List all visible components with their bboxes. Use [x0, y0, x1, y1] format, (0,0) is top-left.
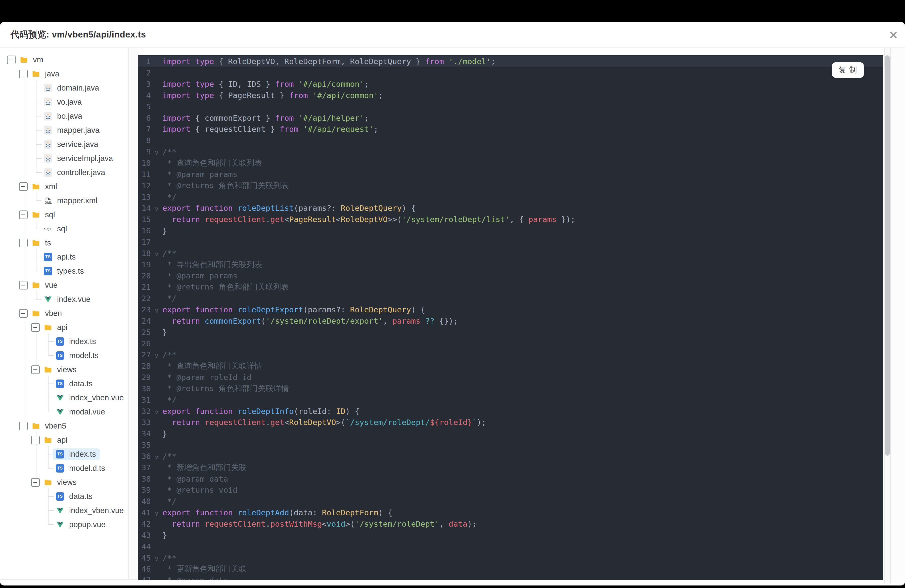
tree-item-api[interactable]: api	[0, 433, 128, 447]
tree-item-sql[interactable]: sql	[0, 208, 128, 222]
tree-item-views[interactable]: views	[0, 475, 128, 489]
file-tree[interactable]: vmjavadomain.javavo.javabo.javamapper.ja…	[0, 48, 128, 579]
tree-item-types-ts[interactable]: TStypes.ts	[0, 264, 128, 278]
collapse-toggle-icon[interactable]	[19, 182, 28, 191]
tree-item-content[interactable]: TSindex.ts	[53, 448, 100, 460]
tree-item-label: api	[57, 323, 67, 332]
tree-item-index-vue[interactable]: index.vue	[0, 292, 128, 306]
tree-item-content[interactable]: XMLmapper.xml	[41, 195, 101, 207]
tree-item-controller-java[interactable]: controller.java	[0, 165, 128, 180]
code-editor[interactable]: 1import type { RoleDeptVO, RoleDeptForm,…	[138, 55, 883, 580]
tree-item-index-vben-vue[interactable]: index_vben.vue	[0, 391, 128, 405]
collapse-toggle-icon[interactable]	[19, 70, 28, 78]
fold-spacer	[151, 331, 162, 333]
tree-item-content[interactable]: TSdata.ts	[53, 378, 97, 389]
tree-item-ts[interactable]: ts	[0, 236, 128, 250]
tree-item-model-d-ts[interactable]: TSmodel.d.ts	[0, 461, 128, 475]
collapse-toggle-icon[interactable]	[19, 210, 28, 219]
fold-chevron-icon[interactable]: ∨	[151, 148, 162, 156]
collapse-toggle-icon[interactable]	[31, 436, 40, 444]
tree-item-data-ts[interactable]: TSdata.ts	[0, 489, 128, 504]
tree-item-content[interactable]: index_vben.vue	[53, 392, 128, 404]
tree-item-api[interactable]: api	[0, 320, 128, 334]
fold-spacer	[151, 579, 162, 580]
tree-item-content[interactable]: serviceImpl.java	[41, 153, 117, 164]
tree-item-vue[interactable]: vue	[0, 278, 128, 292]
tree-item-content[interactable]: TSmodel.ts	[53, 350, 103, 361]
tree-item-java[interactable]: java	[0, 67, 128, 81]
tree-item-content[interactable]: index_vben.vue	[53, 505, 128, 516]
tree-item-model-ts[interactable]: TSmodel.ts	[0, 348, 128, 363]
fold-chevron-icon[interactable]: ∨	[151, 249, 162, 257]
tree-item-sql[interactable]: SQLsql	[0, 222, 128, 236]
code-scrollbar-thumb[interactable]	[885, 55, 890, 456]
tree-item-index-vben-vue[interactable]: index_vben.vue	[0, 504, 128, 518]
tree-item-modal-vue[interactable]: modal.vue	[0, 405, 128, 419]
collapse-toggle-icon[interactable]	[19, 239, 28, 247]
tree-item-vben5[interactable]: vben5	[0, 419, 128, 433]
tree-item-content[interactable]: api	[41, 434, 71, 446]
tree-item-content[interactable]: index.vue	[41, 294, 95, 305]
tree-item-content[interactable]: popup.vue	[53, 519, 110, 531]
tree-item-vben[interactable]: vben	[0, 306, 128, 320]
fold-chevron-icon[interactable]: ∨	[151, 509, 162, 516]
fold-chevron-icon[interactable]: ∨	[151, 351, 162, 359]
code-text: return requestClient.get<PageResult<Role…	[162, 215, 575, 224]
tree-item-domain-java[interactable]: domain.java	[0, 81, 128, 95]
tree-item-content[interactable]: domain.java	[41, 82, 103, 94]
tree-item-content[interactable]: modal.vue	[53, 406, 109, 418]
collapse-toggle-icon[interactable]	[31, 323, 40, 332]
tree-item-popup-vue[interactable]: popup.vue	[0, 518, 128, 532]
fold-chevron-icon[interactable]: ∨	[151, 407, 162, 415]
close-icon[interactable]: ×	[885, 22, 902, 47]
tree-item-mapper-xml[interactable]: XMLmapper.xml	[0, 194, 128, 208]
tree-item-service-java[interactable]: service.java	[0, 137, 128, 151]
fold-chevron-icon[interactable]: ∨	[151, 305, 162, 314]
tree-item-content[interactable]: service.java	[41, 138, 102, 150]
tree-item-content[interactable]: bo.java	[41, 110, 86, 122]
tree-item-serviceimpl-java[interactable]: serviceImpl.java	[0, 151, 128, 165]
tree-item-bo-java[interactable]: bo.java	[0, 109, 128, 123]
tree-item-label: sql	[57, 224, 67, 234]
tree-item-content[interactable]: vue	[29, 280, 62, 291]
tree-item-content[interactable]: TSdata.ts	[53, 491, 97, 502]
tree-item-content[interactable]: TSindex.ts	[53, 336, 100, 347]
collapse-toggle-icon[interactable]	[31, 478, 40, 487]
collapse-toggle-icon[interactable]	[19, 281, 28, 289]
tree-item-content[interactable]: xml	[29, 181, 61, 192]
fold-spacer	[151, 173, 162, 175]
tree-item-content[interactable]: TStypes.ts	[41, 265, 88, 277]
tree-item-index-ts[interactable]: TSindex.ts	[0, 447, 128, 461]
tree-item-content[interactable]: views	[41, 364, 81, 375]
tree-item-data-ts[interactable]: TSdata.ts	[0, 377, 128, 391]
tree-item-xml[interactable]: xml	[0, 180, 128, 194]
tree-item-content[interactable]: SQLsql	[41, 223, 71, 235]
tree-item-views[interactable]: views	[0, 363, 128, 377]
copy-button[interactable]: 复 制	[832, 62, 864, 78]
collapse-toggle-icon[interactable]	[31, 366, 40, 374]
tree-item-mapper-java[interactable]: mapper.java	[0, 123, 128, 137]
tree-item-content[interactable]: vben	[29, 308, 66, 319]
tree-item-content[interactable]: TSapi.ts	[41, 251, 80, 263]
tree-item-content[interactable]: vo.java	[41, 96, 86, 108]
fold-chevron-icon[interactable]: ∨	[151, 554, 162, 562]
tree-item-content[interactable]: sql	[29, 209, 59, 221]
tree-item-content[interactable]: api	[41, 322, 71, 333]
tree-item-content[interactable]: TSmodel.d.ts	[53, 462, 109, 474]
collapse-toggle-icon[interactable]	[7, 56, 16, 64]
tree-item-vm[interactable]: vm	[0, 53, 128, 67]
tree-item-content[interactable]: views	[41, 477, 81, 488]
tree-item-content[interactable]: ts	[29, 237, 55, 249]
tree-item-content[interactable]: mapper.java	[41, 124, 103, 136]
tree-item-content[interactable]: controller.java	[41, 167, 109, 178]
tree-item-content[interactable]: vben5	[29, 420, 70, 432]
tree-item-index-ts[interactable]: TSindex.ts	[0, 334, 128, 348]
collapse-toggle-icon[interactable]	[19, 309, 28, 318]
fold-chevron-icon[interactable]: ∨	[151, 452, 162, 460]
tree-item-vo-java[interactable]: vo.java	[0, 95, 128, 109]
tree-item-content[interactable]: java	[29, 68, 64, 80]
collapse-toggle-icon[interactable]	[19, 422, 28, 430]
tree-item-api-ts[interactable]: TSapi.ts	[0, 250, 128, 264]
tree-item-content[interactable]: vm	[17, 54, 47, 66]
fold-chevron-icon[interactable]: ∨	[151, 204, 162, 212]
